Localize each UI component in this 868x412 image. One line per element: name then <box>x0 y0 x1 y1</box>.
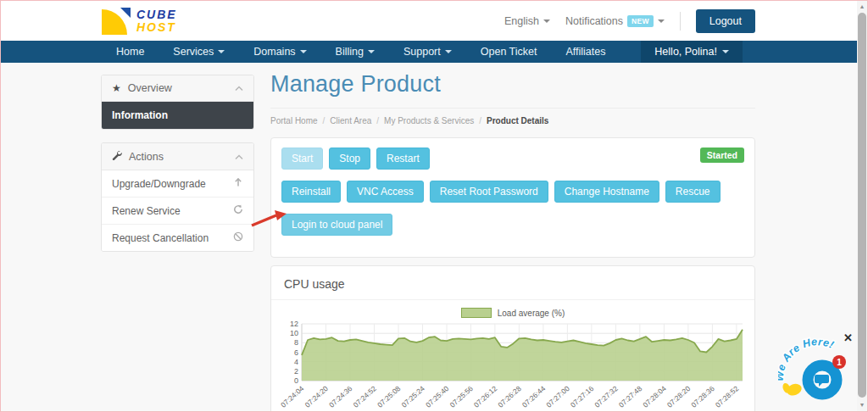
breadcrumb: Portal Home/Client Area/My Products & Se… <box>270 109 755 137</box>
logout-button[interactable]: Logout <box>696 9 755 33</box>
breadcrumb-portal-home[interactable]: Portal Home <box>270 116 318 125</box>
main-navbar: HomeServicesDomainsBillingSupportOpen Ti… <box>1 41 857 63</box>
cpu-usage-card: CPU usage Load average (%) 02468101207:2… <box>270 265 755 412</box>
overview-panel-header[interactable]: ★ Overview <box>102 75 253 102</box>
svg-text:07:27:00: 07:27:00 <box>544 384 570 409</box>
chevron-down-icon <box>218 50 225 53</box>
nav-item-support[interactable]: Support <box>389 41 466 63</box>
actions-panel-header[interactable]: Actions <box>102 143 253 170</box>
nav-item-services[interactable]: Services <box>159 41 239 63</box>
language-dropdown[interactable]: English <box>504 15 550 27</box>
user-greeting-dropdown[interactable]: Hello, Polina! <box>641 41 743 63</box>
status-badge: Started <box>700 148 744 163</box>
nav-item-label: Services <box>173 46 214 58</box>
nav-item-label: Affiliates <box>565 46 605 58</box>
live-chat-widget[interactable]: ✕ We Are Here! 1 <box>778 331 856 409</box>
svg-text:07:26:44: 07:26:44 <box>520 384 547 409</box>
svg-text:10: 10 <box>290 329 298 337</box>
rescue-button[interactable]: Rescue <box>665 181 721 203</box>
overview-panel: ★ Overview Information <box>101 75 254 130</box>
svg-text:07:25:56: 07:25:56 <box>448 384 475 409</box>
legend-swatch <box>461 308 492 318</box>
chevron-down-icon <box>722 50 729 53</box>
notifications-label: Notifications <box>565 15 623 27</box>
nav-item-home[interactable]: Home <box>102 41 159 63</box>
start-button[interactable]: Start <box>281 148 323 170</box>
restart-button[interactable]: Restart <box>376 148 430 170</box>
nav-item-domains[interactable]: Domains <box>239 41 320 63</box>
chevron-down-icon <box>445 50 452 53</box>
login-to-cloud-panel-button[interactable]: Login to cloud panel <box>281 214 392 236</box>
star-icon: ★ <box>112 82 121 94</box>
chevron-down-icon <box>658 19 665 23</box>
breadcrumb-separator: / <box>323 116 326 125</box>
notifications-dropdown[interactable]: Notifications NEW <box>565 15 665 27</box>
svg-text:07:28:36: 07:28:36 <box>689 384 715 409</box>
svg-text:07:27:32: 07:27:32 <box>593 384 619 409</box>
svg-text:07:28:52: 07:28:52 <box>714 384 740 409</box>
nav-item-open-ticket[interactable]: Open Ticket <box>466 41 552 63</box>
sidebar-item-upgrade-downgrade[interactable]: Upgrade/Downgrade <box>102 170 253 198</box>
scroll-down-arrow-icon[interactable]: ▼ <box>857 400 867 410</box>
ban-icon <box>233 231 243 244</box>
svg-text:2: 2 <box>294 367 298 376</box>
arrow-up-icon <box>233 177 243 190</box>
nav-item-label: Home <box>116 46 144 58</box>
chart-legend: Load average (%) <box>271 300 754 320</box>
sidebar-item-request-cancellation[interactable]: Request Cancellation <box>102 225 253 251</box>
svg-text:07:25:08: 07:25:08 <box>376 384 402 409</box>
new-badge: NEW <box>627 15 654 27</box>
sidebar-item-label: Upgrade/Downgrade <box>112 178 206 190</box>
nav-item-label: Open Ticket <box>481 46 537 58</box>
breadcrumb-my-products-services[interactable]: My Products & Services <box>384 116 474 125</box>
scrollbar-thumb[interactable] <box>858 13 866 398</box>
wrench-icon <box>112 150 122 163</box>
refresh-icon <box>233 204 243 217</box>
svg-text:07:27:16: 07:27:16 <box>569 384 595 409</box>
nav-item-billing[interactable]: Billing <box>321 41 389 63</box>
change-hostname-button[interactable]: Change Hostname <box>554 181 659 203</box>
sidebar-item-label: Renew Service <box>112 205 181 217</box>
badge-count: 1 <box>837 358 842 367</box>
stop-button[interactable]: Stop <box>329 148 370 170</box>
top-header: CUBE HOST English Notifications NEW Logo… <box>1 1 857 41</box>
nav-item-label: Support <box>403 46 441 58</box>
svg-text:07:26:28: 07:26:28 <box>496 384 522 409</box>
cubehost-logo-text: CUBE HOST <box>136 8 177 33</box>
page-title: Manage Product <box>270 71 755 109</box>
sidebar-item-label: Request Cancellation <box>112 232 209 244</box>
reinstall-button[interactable]: Reinstall <box>281 181 341 203</box>
svg-text:07:24:20: 07:24:20 <box>303 384 330 409</box>
actions-panel: Actions Upgrade/DowngradeRenew ServiceRe… <box>101 142 254 252</box>
vnc-access-button[interactable]: VNC Access <box>347 181 424 203</box>
chevron-down-icon <box>543 19 550 23</box>
reset-root-password-button[interactable]: Reset Root Password <box>430 181 548 203</box>
breadcrumb-separator: / <box>479 116 481 125</box>
sidebar: ★ Overview Information Actions Upgrade/D… <box>101 75 254 264</box>
svg-text:07:25:40: 07:25:40 <box>424 384 450 409</box>
vertical-scrollbar[interactable]: ▲ ▼ <box>857 1 867 411</box>
chevron-up-icon <box>235 151 243 163</box>
cubehost-logo-icon <box>102 8 131 35</box>
svg-text:8: 8 <box>294 338 298 347</box>
nav-item-label: Billing <box>336 46 364 58</box>
scroll-up-arrow-icon[interactable]: ▲ <box>857 2 867 12</box>
svg-text:6: 6 <box>294 348 298 357</box>
svg-text:12: 12 <box>290 320 298 328</box>
cpu-usage-title: CPU usage <box>271 266 754 300</box>
breadcrumb-separator: / <box>376 116 379 125</box>
close-icon[interactable]: ✕ <box>843 332 853 343</box>
page-content: ★ Overview Information Actions Upgrade/D… <box>1 63 857 411</box>
svg-text:07:27:48: 07:27:48 <box>617 384 643 409</box>
nav-item-affiliates[interactable]: Affiliates <box>551 41 620 63</box>
main-column: Manage Product Portal Home/Client Area/M… <box>270 71 755 412</box>
language-label: English <box>504 15 539 27</box>
header-divider <box>680 12 681 31</box>
chat-bubble-icon <box>815 375 829 387</box>
overview-title: Overview <box>128 82 172 94</box>
svg-text:07:25:24: 07:25:24 <box>400 384 426 409</box>
breadcrumb-client-area[interactable]: Client Area <box>330 116 371 125</box>
sidebar-item-information[interactable]: Information <box>102 102 253 129</box>
sidebar-item-renew-service[interactable]: Renew Service <box>102 198 253 225</box>
cubehost-logo[interactable]: CUBE HOST <box>102 8 177 35</box>
